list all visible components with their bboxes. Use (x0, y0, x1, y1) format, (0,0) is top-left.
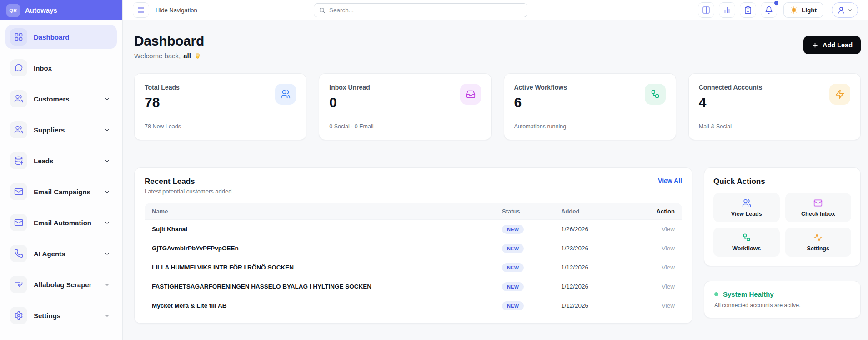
hide-navigation-label: Hide Navigation (156, 7, 197, 14)
list-arrow-icon (10, 276, 27, 293)
inbox-tray-icon (460, 84, 481, 105)
workflow-icon (742, 233, 751, 242)
sidebar-item-email-campaigns[interactable]: Email Campaigns (5, 180, 117, 203)
table-grid-button[interactable] (698, 2, 714, 18)
stat-card-active-workflows: Active Workflows 6 Automations running (504, 73, 676, 140)
hide-navigation-button[interactable] (133, 2, 149, 18)
sidebar-item-label: Email Automation (34, 219, 97, 227)
stat-subtitle: 0 Social · 0 Email (329, 123, 373, 130)
stat-card-inbox-unread: Inbox Unread 0 0 Social · 0 Email (319, 73, 491, 140)
table-row: Sujit Khanal NEW 1/26/2026 View (145, 219, 682, 239)
topbar: Hide Navigation (123, 0, 868, 20)
stat-title: Inbox Unread (329, 84, 373, 91)
mail-icon (10, 183, 27, 200)
stat-card-total-leads: Total Leads 78 78 New Leads (134, 73, 306, 140)
sidebar-item-leads[interactable]: Leads (5, 149, 117, 173)
settings-button[interactable]: Settings (785, 228, 852, 257)
theme-toggle-button[interactable]: Light (783, 2, 823, 18)
lead-added-date: 1/12/2026 (561, 302, 632, 309)
status-badge: NEW (502, 282, 524, 291)
users-icon (275, 84, 296, 105)
lead-name: Sujit Khanal (152, 226, 502, 233)
brand-header: QR Autoways (0, 0, 122, 20)
view-lead-link[interactable]: View (632, 302, 675, 309)
search-input[interactable] (329, 7, 522, 14)
right-column: Quick Actions View Leads Check Inbox (704, 167, 861, 318)
user-menu-button[interactable] (832, 2, 858, 18)
welcome-message: Welcome back, all (134, 52, 204, 60)
sidebar-item-ai-agents[interactable]: AI Agents (5, 242, 117, 265)
add-lead-button[interactable]: Add Lead (803, 36, 861, 54)
workflows-button[interactable]: Workflows (713, 228, 780, 257)
notification-badge-dot (774, 1, 778, 5)
gear-icon (10, 307, 27, 324)
quick-actions-title: Quick Actions (713, 177, 851, 186)
welcome-prefix: Welcome back, (134, 52, 181, 60)
view-lead-link[interactable]: View (632, 245, 675, 252)
sidebar-item-suppliers[interactable]: Suppliers (5, 118, 117, 142)
sidebar-item-dashboard[interactable]: Dashboard (5, 25, 117, 49)
lead-added-date: 1/26/2026 (561, 226, 632, 233)
users-icon (742, 198, 751, 208)
sidebar-item-label: Customers (34, 95, 97, 103)
tasks-button[interactable] (740, 2, 756, 18)
column-header-action: Action (632, 208, 675, 215)
chat-bubble-icon (10, 59, 27, 76)
lead-added-date: 1/12/2026 (561, 283, 632, 290)
check-inbox-button[interactable]: Check Inbox (785, 193, 852, 222)
sidebar-item-label: Allabolag Scraper (34, 281, 97, 289)
lead-name: FASTIGHETSÄGARFÖRENINGEN HASSELÖ BYALAG … (152, 283, 502, 290)
chevron-down-icon (104, 219, 110, 226)
stat-card-connected-accounts: Connected Accounts 4 Mail & Social (688, 73, 861, 140)
sidebar-item-allabolag-scraper[interactable]: Allabolag Scraper (5, 273, 117, 296)
sidebar-nav: Dashboard Inbox Customers Suppliers (0, 20, 122, 332)
quick-action-label: View Leads (731, 211, 762, 217)
menu-icon (137, 6, 145, 14)
sidebar-item-settings[interactable]: Settings (5, 304, 117, 327)
user-avatar-icon (837, 6, 845, 14)
sidebar-item-label: Suppliers (34, 126, 97, 134)
leads-table: Name Status Added Action Sujit Khanal NE… (145, 203, 682, 315)
bell-icon (765, 6, 773, 14)
stats-row: Total Leads 78 78 New Leads Inbox Unread… (134, 73, 861, 140)
sidebar-item-label: Leads (34, 157, 97, 165)
stat-value: 6 (514, 95, 567, 110)
system-status-panel: System Healthy All connected accounts ar… (704, 281, 861, 318)
mail-icon (10, 214, 27, 231)
analytics-button[interactable] (719, 2, 735, 18)
workflow-icon (645, 84, 666, 105)
view-lead-link[interactable]: View (632, 283, 675, 290)
view-all-link[interactable]: View All (658, 177, 682, 184)
phone-icon (10, 245, 27, 262)
view-leads-button[interactable]: View Leads (713, 193, 780, 222)
sidebar-item-inbox[interactable]: Inbox (5, 56, 117, 80)
sidebar-item-customers[interactable]: Customers (5, 87, 117, 111)
chevron-down-icon (104, 250, 110, 257)
table-row: GjTGAvmbirPbYvPFPvpOEEn NEW 1/23/2026 Vi… (145, 239, 682, 258)
lead-added-date: 1/23/2026 (561, 245, 632, 252)
waving-hand-emoji (194, 52, 201, 60)
recent-leads-title: Recent Leads (145, 177, 232, 186)
table-row: Mycket Mera & Lite till AB NEW 1/12/2026… (145, 296, 682, 315)
quick-action-label: Workflows (732, 245, 761, 252)
view-lead-link[interactable]: View (632, 264, 675, 271)
column-header-status: Status (502, 208, 561, 215)
quick-action-label: Check Inbox (801, 211, 835, 217)
view-lead-link[interactable]: View (632, 226, 675, 233)
sidebar-item-email-automation[interactable]: Email Automation (5, 211, 117, 234)
page-header: Dashboard Welcome back, all Add Lead (134, 33, 861, 60)
zap-icon (829, 84, 850, 105)
leads-table-header: Name Status Added Action (145, 203, 682, 219)
welcome-username: all (183, 52, 191, 60)
topbar-actions: Light (698, 2, 858, 18)
sidebar-item-label: Email Campaigns (34, 188, 97, 196)
add-lead-label: Add Lead (823, 41, 853, 49)
table-row: FASTIGHETSÄGARFÖRENINGEN HASSELÖ BYALAG … (145, 277, 682, 296)
system-status-description: All connected accounts are active. (714, 302, 850, 309)
app-window: QR Autoways Dashboard Inbox Custome (0, 0, 868, 340)
notifications-button[interactable] (761, 2, 777, 18)
stat-title: Connected Accounts (699, 84, 763, 91)
stat-subtitle: Automations running (514, 123, 567, 130)
chevron-down-icon (104, 127, 110, 133)
stat-value: 4 (699, 95, 763, 110)
